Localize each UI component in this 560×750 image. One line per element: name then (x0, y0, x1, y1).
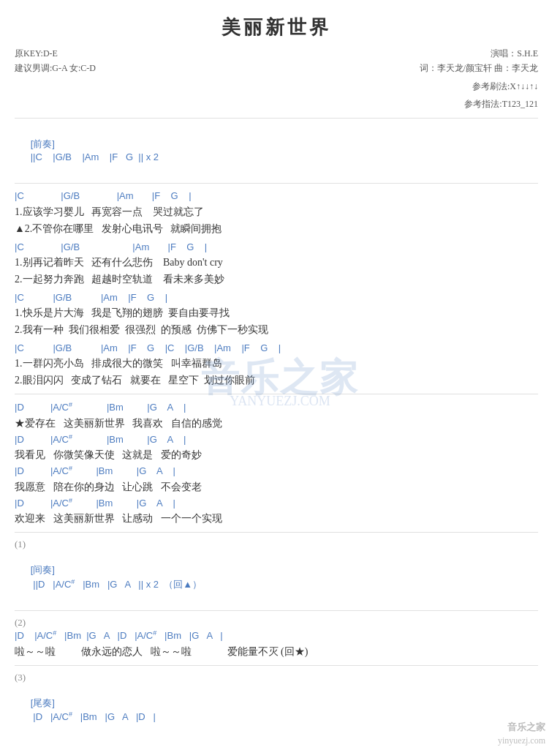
verse1-lyric1: 1.应该学习婴儿 再宽容一点 哭过就忘了 (15, 204, 538, 220)
bridge-lyric: 啦～～啦 做永远的恋人 啦～～啦 爱能量不灭 (回★) (15, 644, 538, 659)
key-suggest: 建议男调:G-A 女:C-D (15, 61, 96, 75)
key-info: 原KEY:D-E 建议男调:G-A 女:C-D (15, 46, 96, 112)
chorus-chords2: |D |A/C# |Bm |G A | (15, 432, 538, 447)
verse2-section: |C |G/B |Am |F G | 1.别再记着昨天 还有什么悲伤 Baby … (15, 241, 538, 287)
prelude-label: [前奏] (31, 138, 55, 149)
song-title: 美丽新世界 (15, 15, 538, 40)
verse4-lyric2: 2.眼泪闪闪 变成了钻石 就要在 星空下 划过你眼前 (15, 372, 538, 388)
bridge-chords: |D |A/C# |Bm |G A |D |A/C# |Bm |G A | (15, 629, 538, 643)
footer-url: yinyuezj.com (498, 735, 545, 746)
interlude-section: (1) [间奏] ||D |A/C# |Bm |G A || x 2 （回▲） (15, 539, 538, 604)
divider-3 (15, 394, 538, 394)
key-original: 原KEY:D-E (15, 46, 96, 61)
chorus-chords4: |D |A/C# |Bm |G A | (15, 496, 538, 511)
chorus-lyric4: 欢迎来 这美丽新世界 让感动 一个一个实现 (15, 511, 538, 526)
chorus-lyric3: 我愿意 陪在你的身边 让心跳 不会变老 (15, 479, 538, 495)
outro-chords: [尾奏] |D |A/C# |Bm |G A |D | (15, 683, 538, 738)
prelude-chord-text: ||C |G/B |Am |F G || x 2 (31, 151, 159, 162)
page: 音乐之家 YANYUEZJ.COM 美丽新世界 原KEY:D-E 建议男调:G-… (0, 0, 560, 750)
performer: 演唱：S.H.E (420, 46, 538, 61)
prelude-chords: [前奏] ||C |G/B |Am |F G || x 2 (15, 124, 538, 178)
finger-method: 参考指法:T123_121 (420, 97, 538, 111)
chorus-lyric2: 我看见 你微笑像天使 这就是 爱的奇妙 (15, 447, 538, 462)
outro-label: [尾奏] (31, 697, 55, 708)
verse2-lyric1: 1.别再记着昨天 还有什么悲伤 Baby don't cry (15, 255, 538, 270)
bridge-section: (2) |D |A/C# |Bm |G A |D |A/C# |Bm |G A … (15, 617, 538, 659)
verse4-section: |C |G/B |Am |F G |C |G/B |Am |F G | 1.一群… (15, 342, 538, 388)
verse1-lyric2: ▲2.不管你在哪里 发射心电讯号 就瞬间拥抱 (15, 221, 538, 236)
verse4-lyric1: 1.一群闪亮小岛 排成很大的微笑 叫幸福群岛 (15, 356, 538, 371)
divider-4 (15, 532, 538, 533)
verse3-lyric2: 2.我有一种 我们很相爱 很强烈 的预感 仿佛下一秒实现 (15, 322, 538, 337)
verse1-section: |C |G/B |Am |F G | 1.应该学习婴儿 再宽容一点 哭过就忘了 … (15, 190, 538, 236)
interlude-chords: [间奏] ||D |A/C# |Bm |G A || x 2 （回▲） (15, 550, 538, 604)
strum-method: 参考刷法:X↑↓↓↑↓ (420, 79, 538, 94)
verse2-chords: |C |G/B |Am |F G | (15, 241, 538, 254)
chorus-lyric1: ★爱存在 这美丽新世界 我喜欢 自信的感觉 (15, 416, 538, 431)
footer-logo: 音乐之家 (498, 717, 545, 734)
verse1-chords: |C |G/B |Am |F G | (15, 190, 538, 203)
footer: 音乐之家 yinyuezj.com (498, 717, 545, 746)
header-info: 原KEY:D-E 建议男调:G-A 女:C-D 演唱：S.H.E 词：李天龙/颜… (15, 46, 538, 112)
verse4-chords: |C |G/B |Am |F G |C |G/B |Am |F G | (15, 342, 538, 355)
bridge-paren: (2) (15, 617, 538, 629)
chorus-chords3: |D |A/C# |Bm |G A | (15, 464, 538, 479)
divider-2 (15, 183, 538, 184)
divider-1 (15, 118, 538, 119)
interlude-label: [间奏] (31, 564, 55, 575)
chorus-chords1: |D |A/C# |Bm |G A | (15, 400, 538, 415)
verse3-section: |C |G/B |Am |F G | 1.快乐是片大海 我是飞翔的翅膀 要自由要… (15, 291, 538, 337)
interlude-paren: (1) (15, 539, 538, 550)
chorus-section: |D |A/C# |Bm |G A | ★爱存在 这美丽新世界 我喜欢 自信的感… (15, 400, 538, 526)
verse3-chords: |C |G/B |Am |F G | (15, 291, 538, 304)
outro-section: (3) [尾奏] |D |A/C# |Bm |G A |D | (15, 672, 538, 738)
prelude-section: [前奏] ||C |G/B |Am |F G || x 2 (15, 124, 538, 178)
lyricist: 词：李天龙/颜宝轩 曲：李天龙 (420, 61, 538, 75)
verse2-lyric2: 2.一起努力奔跑 超越时空轨道 看未来多美妙 (15, 271, 538, 287)
divider-6 (15, 665, 538, 666)
divider-5 (15, 610, 538, 611)
verse3-lyric1: 1.快乐是片大海 我是飞翔的翅膀 要自由要寻找 (15, 305, 538, 320)
outro-paren: (3) (15, 672, 538, 683)
outro-chord-text: |D |A/C# |Bm |G A |D | (31, 711, 156, 722)
performer-info: 演唱：S.H.E 词：李天龙/颜宝轩 曲：李天龙 参考刷法:X↑↓↓↑↓ 参考指… (420, 46, 538, 112)
interlude-chord-text: ||D |A/C# |Bm |G A || x 2 （回▲） (31, 579, 202, 590)
